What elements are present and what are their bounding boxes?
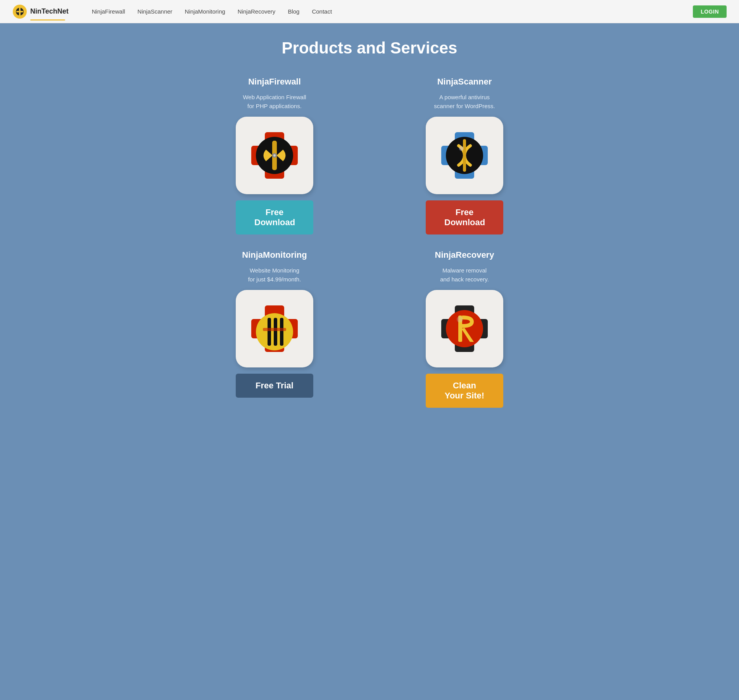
nav-link-monitoring[interactable]: NinjaMonitoring xyxy=(185,8,225,15)
logo-icon xyxy=(12,4,27,19)
nav-link-firewall[interactable]: NinjaFirewall xyxy=(92,8,125,15)
nav-link-contact[interactable]: Contact xyxy=(312,8,332,15)
logo-area[interactable]: NinTechNet xyxy=(12,4,69,19)
logo-underline xyxy=(30,19,65,21)
firewall-download-button[interactable]: Free Download xyxy=(236,200,313,234)
products-grid: NinjaFirewall Web Application Firewallfo… xyxy=(195,77,544,408)
nav-link-blog[interactable]: Blog xyxy=(288,8,299,15)
svg-rect-18 xyxy=(268,318,271,346)
recovery-clean-button[interactable]: Clean Your Site! xyxy=(426,374,503,408)
svg-rect-3 xyxy=(16,11,23,12)
svg-rect-19 xyxy=(274,318,277,346)
svg-point-14 xyxy=(459,146,464,151)
product-icon-recovery xyxy=(426,290,503,367)
scanner-icon-svg xyxy=(433,124,496,186)
firewall-icon-svg xyxy=(243,124,306,186)
product-card-firewall: NinjaFirewall Web Application Firewallfo… xyxy=(195,77,354,234)
page-title: Products and Services xyxy=(8,39,731,57)
product-name-scanner: NinjaScanner xyxy=(437,77,492,87)
login-button[interactable]: LOGIN xyxy=(693,5,727,18)
main-content: Products and Services NinjaFirewall Web … xyxy=(0,23,739,700)
product-desc-monitoring: Website Monitoringfor just $4.99/month. xyxy=(248,266,301,284)
product-name-monitoring: NinjaMonitoring xyxy=(242,250,307,260)
scanner-download-button[interactable]: Free Download xyxy=(426,200,503,234)
nav-link-recovery[interactable]: NinjaRecovery xyxy=(238,8,276,15)
product-card-recovery: NinjaRecovery Malware removaland hack re… xyxy=(385,250,544,408)
product-desc-firewall: Web Application Firewallfor PHP applicat… xyxy=(243,93,306,110)
nav-links: NinjaFirewall NinjaScanner NinjaMonitori… xyxy=(92,8,693,15)
product-desc-recovery: Malware removaland hack recovery. xyxy=(440,266,489,284)
product-desc-scanner: A powerful antivirusscanner for WordPres… xyxy=(434,93,495,110)
product-icon-scanner xyxy=(426,117,503,194)
monitoring-trial-button[interactable]: Free Trial xyxy=(236,374,313,398)
recovery-icon-svg xyxy=(433,298,496,360)
navbar: NinTechNet NinjaFirewall NinjaScanner Ni… xyxy=(0,0,739,23)
product-name-recovery: NinjaRecovery xyxy=(435,250,494,260)
svg-rect-21 xyxy=(263,328,286,331)
product-card-monitoring: NinjaMonitoring Website Monitoringfor ju… xyxy=(195,250,354,408)
product-icon-monitoring xyxy=(236,290,313,367)
svg-point-26 xyxy=(457,316,463,322)
monitoring-icon-svg xyxy=(243,298,306,360)
brand-name: NinTechNet xyxy=(30,7,69,16)
product-name-firewall: NinjaFirewall xyxy=(248,77,301,87)
nav-link-scanner[interactable]: NinjaScanner xyxy=(138,8,173,15)
svg-rect-13 xyxy=(463,139,466,172)
svg-rect-20 xyxy=(280,318,283,346)
product-card-scanner: NinjaScanner A powerful antivirusscanner… xyxy=(385,77,544,234)
svg-point-9 xyxy=(273,154,276,157)
product-icon-firewall xyxy=(236,117,313,194)
